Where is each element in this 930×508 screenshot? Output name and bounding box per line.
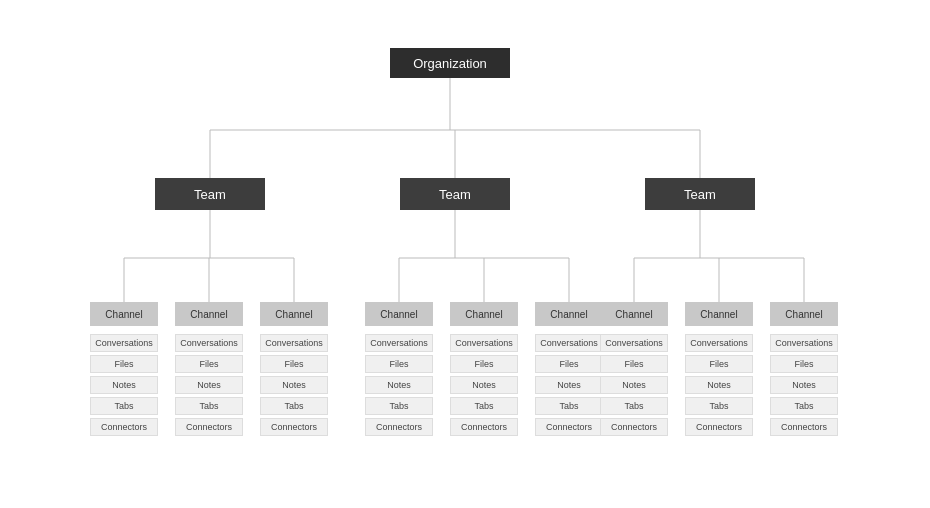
item-2-2: Files (175, 355, 243, 373)
item-9-1: Conversations (770, 334, 838, 352)
item-8-4: Tabs (685, 397, 753, 415)
item-2-5: Connectors (175, 418, 243, 436)
team-1-label: Team (194, 187, 226, 202)
channel-node-4: Channel (365, 302, 433, 326)
item-6-5: Connectors (535, 418, 603, 436)
item-9-5: Connectors (770, 418, 838, 436)
channel-2-label: Channel (190, 309, 227, 320)
team-node-3: Team (645, 178, 755, 210)
channel-6-label: Channel (550, 309, 587, 320)
item-7-4: Tabs (600, 397, 668, 415)
item-1-1: Conversations (90, 334, 158, 352)
team-node-1: Team (155, 178, 265, 210)
channel-node-9: Channel (770, 302, 838, 326)
org-label: Organization (413, 56, 487, 71)
item-8-3: Notes (685, 376, 753, 394)
item-7-3: Notes (600, 376, 668, 394)
channel-node-7: Channel (600, 302, 668, 326)
item-5-4: Tabs (450, 397, 518, 415)
item-9-2: Files (770, 355, 838, 373)
item-7-2: Files (600, 355, 668, 373)
channel-node-5: Channel (450, 302, 518, 326)
item-7-5: Connectors (600, 418, 668, 436)
item-2-3: Notes (175, 376, 243, 394)
item-4-1: Conversations (365, 334, 433, 352)
item-6-1: Conversations (535, 334, 603, 352)
channel-5-label: Channel (465, 309, 502, 320)
team-node-2: Team (400, 178, 510, 210)
item-5-5: Connectors (450, 418, 518, 436)
channel-4-label: Channel (380, 309, 417, 320)
item-1-3: Notes (90, 376, 158, 394)
item-3-2: Files (260, 355, 328, 373)
team-2-label: Team (439, 187, 471, 202)
item-1-2: Files (90, 355, 158, 373)
channel-8-label: Channel (700, 309, 737, 320)
channel-node-3: Channel (260, 302, 328, 326)
channel-3-label: Channel (275, 309, 312, 320)
item-1-4: Tabs (90, 397, 158, 415)
item-6-3: Notes (535, 376, 603, 394)
item-6-2: Files (535, 355, 603, 373)
channel-node-6: Channel (535, 302, 603, 326)
item-3-1: Conversations (260, 334, 328, 352)
item-2-4: Tabs (175, 397, 243, 415)
item-3-5: Connectors (260, 418, 328, 436)
item-3-4: Tabs (260, 397, 328, 415)
item-3-3: Notes (260, 376, 328, 394)
team-3-label: Team (684, 187, 716, 202)
channel-node-8: Channel (685, 302, 753, 326)
org-chart: Organization Team Team Team Channel Conv… (0, 0, 930, 508)
item-4-5: Connectors (365, 418, 433, 436)
item-5-3: Notes (450, 376, 518, 394)
item-9-3: Notes (770, 376, 838, 394)
item-1-5: Connectors (90, 418, 158, 436)
item-5-2: Files (450, 355, 518, 373)
item-7-1: Conversations (600, 334, 668, 352)
item-2-1: Conversations (175, 334, 243, 352)
channel-9-label: Channel (785, 309, 822, 320)
channel-node-2: Channel (175, 302, 243, 326)
item-5-1: Conversations (450, 334, 518, 352)
item-8-2: Files (685, 355, 753, 373)
item-4-4: Tabs (365, 397, 433, 415)
channel-node-1: Channel (90, 302, 158, 326)
item-4-2: Files (365, 355, 433, 373)
channel-1-label: Channel (105, 309, 142, 320)
item-8-1: Conversations (685, 334, 753, 352)
channel-7-label: Channel (615, 309, 652, 320)
item-4-3: Notes (365, 376, 433, 394)
item-8-5: Connectors (685, 418, 753, 436)
item-9-4: Tabs (770, 397, 838, 415)
item-6-4: Tabs (535, 397, 603, 415)
org-node: Organization (390, 48, 510, 78)
